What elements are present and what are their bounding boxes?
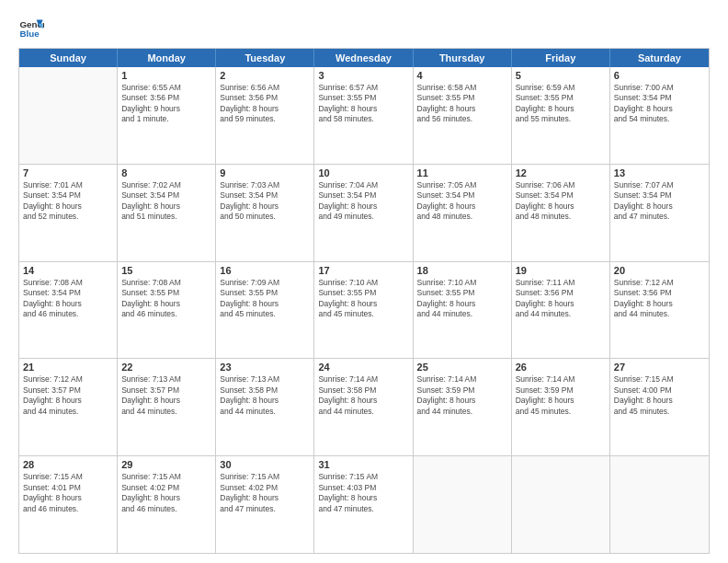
day-number: 19 bbox=[516, 265, 606, 276]
day-info: Sunrise: 7:15 AMSunset: 4:03 PMDaylight:… bbox=[318, 472, 408, 514]
calendar-cell: 3Sunrise: 6:57 AMSunset: 3:55 PMDaylight… bbox=[314, 67, 413, 164]
calendar-week-1: 1Sunrise: 6:55 AMSunset: 3:56 PMDaylight… bbox=[19, 67, 709, 164]
calendar-header: SundayMondayTuesdayWednesdayThursdayFrid… bbox=[19, 49, 709, 67]
day-number: 15 bbox=[121, 265, 211, 276]
calendar-week-2: 7Sunrise: 7:01 AMSunset: 3:54 PMDaylight… bbox=[19, 164, 709, 261]
day-info: Sunrise: 7:15 AMSunset: 4:01 PMDaylight:… bbox=[23, 472, 113, 514]
calendar-cell bbox=[512, 456, 610, 553]
day-info: Sunrise: 7:15 AMSunset: 4:02 PMDaylight:… bbox=[220, 472, 310, 514]
day-number: 22 bbox=[121, 362, 211, 373]
calendar-cell: 18Sunrise: 7:10 AMSunset: 3:55 PMDayligh… bbox=[414, 262, 512, 359]
header-day-wednesday: Wednesday bbox=[314, 49, 413, 67]
day-info: Sunrise: 7:15 AMSunset: 4:02 PMDaylight:… bbox=[121, 472, 211, 514]
calendar-cell: 20Sunrise: 7:12 AMSunset: 3:56 PMDayligh… bbox=[610, 262, 709, 359]
day-info: Sunrise: 7:05 AMSunset: 3:54 PMDaylight:… bbox=[417, 180, 507, 223]
calendar-week-5: 28Sunrise: 7:15 AMSunset: 4:01 PMDayligh… bbox=[19, 455, 709, 553]
calendar-cell bbox=[19, 67, 118, 164]
day-number: 27 bbox=[614, 362, 705, 373]
day-number: 20 bbox=[614, 265, 705, 276]
day-info: Sunrise: 7:14 AMSunset: 3:59 PMDaylight:… bbox=[516, 374, 606, 417]
calendar-cell: 26Sunrise: 7:14 AMSunset: 3:59 PMDayligh… bbox=[512, 359, 610, 455]
day-info: Sunrise: 6:59 AMSunset: 3:55 PMDaylight:… bbox=[516, 83, 606, 125]
day-number: 10 bbox=[318, 167, 408, 178]
day-info: Sunrise: 7:13 AMSunset: 3:58 PMDaylight:… bbox=[220, 374, 310, 417]
day-number: 9 bbox=[220, 167, 310, 178]
day-info: Sunrise: 7:15 AMSunset: 4:00 PMDaylight:… bbox=[614, 374, 705, 417]
calendar-cell: 23Sunrise: 7:13 AMSunset: 3:58 PMDayligh… bbox=[216, 359, 314, 455]
day-number: 24 bbox=[318, 362, 408, 373]
calendar: SundayMondayTuesdayWednesdayThursdayFrid… bbox=[18, 48, 710, 554]
header-day-friday: Friday bbox=[512, 49, 610, 67]
day-number: 21 bbox=[23, 362, 113, 373]
day-info: Sunrise: 6:56 AMSunset: 3:56 PMDaylight:… bbox=[220, 83, 310, 125]
calendar-body: 1Sunrise: 6:55 AMSunset: 3:56 PMDaylight… bbox=[19, 67, 709, 553]
page-header: General Blue bbox=[18, 15, 710, 40]
svg-text:Blue: Blue bbox=[19, 29, 40, 39]
day-number: 31 bbox=[318, 459, 408, 470]
calendar-cell bbox=[414, 456, 512, 553]
logo: General Blue bbox=[18, 15, 44, 40]
calendar-cell: 10Sunrise: 7:04 AMSunset: 3:54 PMDayligh… bbox=[314, 165, 413, 261]
day-info: Sunrise: 6:55 AMSunset: 3:56 PMDaylight:… bbox=[121, 83, 211, 125]
calendar-cell: 2Sunrise: 6:56 AMSunset: 3:56 PMDaylight… bbox=[216, 67, 314, 164]
day-number: 2 bbox=[220, 70, 310, 81]
day-info: Sunrise: 7:02 AMSunset: 3:54 PMDaylight:… bbox=[121, 180, 211, 223]
calendar-cell: 4Sunrise: 6:58 AMSunset: 3:55 PMDaylight… bbox=[414, 67, 512, 164]
day-info: Sunrise: 7:07 AMSunset: 3:54 PMDaylight:… bbox=[614, 180, 705, 223]
day-info: Sunrise: 7:12 AMSunset: 3:56 PMDaylight:… bbox=[614, 278, 705, 320]
day-number: 8 bbox=[121, 167, 211, 178]
calendar-cell: 19Sunrise: 7:11 AMSunset: 3:56 PMDayligh… bbox=[512, 262, 610, 359]
header-day-tuesday: Tuesday bbox=[216, 49, 314, 67]
day-number: 17 bbox=[318, 265, 408, 276]
day-number: 18 bbox=[417, 265, 507, 276]
calendar-cell: 17Sunrise: 7:10 AMSunset: 3:55 PMDayligh… bbox=[314, 262, 413, 359]
calendar-cell: 24Sunrise: 7:14 AMSunset: 3:58 PMDayligh… bbox=[314, 359, 413, 455]
day-info: Sunrise: 7:14 AMSunset: 3:58 PMDaylight:… bbox=[318, 374, 408, 417]
calendar-cell: 9Sunrise: 7:03 AMSunset: 3:54 PMDaylight… bbox=[216, 165, 314, 261]
day-info: Sunrise: 7:00 AMSunset: 3:54 PMDaylight:… bbox=[614, 83, 705, 125]
page-container: General Blue SundayMondayTuesdayWednesda… bbox=[0, 0, 728, 563]
header-day-sunday: Sunday bbox=[19, 49, 118, 67]
day-info: Sunrise: 7:14 AMSunset: 3:59 PMDaylight:… bbox=[417, 374, 507, 417]
day-number: 14 bbox=[23, 265, 113, 276]
calendar-cell: 16Sunrise: 7:09 AMSunset: 3:55 PMDayligh… bbox=[216, 262, 314, 359]
calendar-cell: 8Sunrise: 7:02 AMSunset: 3:54 PMDaylight… bbox=[118, 165, 216, 261]
day-number: 11 bbox=[417, 167, 507, 178]
day-info: Sunrise: 7:13 AMSunset: 3:57 PMDaylight:… bbox=[121, 374, 211, 417]
calendar-cell: 7Sunrise: 7:01 AMSunset: 3:54 PMDaylight… bbox=[19, 165, 118, 261]
day-number: 5 bbox=[516, 70, 606, 81]
logo-icon: General Blue bbox=[18, 15, 44, 40]
header-day-thursday: Thursday bbox=[414, 49, 512, 67]
calendar-cell: 22Sunrise: 7:13 AMSunset: 3:57 PMDayligh… bbox=[118, 359, 216, 455]
calendar-cell: 15Sunrise: 7:08 AMSunset: 3:55 PMDayligh… bbox=[118, 262, 216, 359]
calendar-cell: 28Sunrise: 7:15 AMSunset: 4:01 PMDayligh… bbox=[19, 456, 118, 553]
day-info: Sunrise: 7:04 AMSunset: 3:54 PMDaylight:… bbox=[318, 180, 408, 223]
day-info: Sunrise: 7:06 AMSunset: 3:54 PMDaylight:… bbox=[516, 180, 606, 223]
calendar-cell: 13Sunrise: 7:07 AMSunset: 3:54 PMDayligh… bbox=[610, 165, 709, 261]
day-info: Sunrise: 7:03 AMSunset: 3:54 PMDaylight:… bbox=[220, 180, 310, 223]
day-number: 3 bbox=[318, 70, 408, 81]
day-number: 12 bbox=[516, 167, 606, 178]
day-info: Sunrise: 7:11 AMSunset: 3:56 PMDaylight:… bbox=[516, 278, 606, 320]
calendar-cell bbox=[610, 456, 709, 553]
calendar-cell: 21Sunrise: 7:12 AMSunset: 3:57 PMDayligh… bbox=[19, 359, 118, 455]
calendar-cell: 11Sunrise: 7:05 AMSunset: 3:54 PMDayligh… bbox=[414, 165, 512, 261]
day-number: 1 bbox=[121, 70, 211, 81]
calendar-cell: 29Sunrise: 7:15 AMSunset: 4:02 PMDayligh… bbox=[118, 456, 216, 553]
day-info: Sunrise: 7:08 AMSunset: 3:54 PMDaylight:… bbox=[23, 278, 113, 320]
calendar-cell: 14Sunrise: 7:08 AMSunset: 3:54 PMDayligh… bbox=[19, 262, 118, 359]
calendar-cell: 31Sunrise: 7:15 AMSunset: 4:03 PMDayligh… bbox=[314, 456, 413, 553]
day-number: 25 bbox=[417, 362, 507, 373]
day-number: 28 bbox=[23, 459, 113, 470]
day-number: 26 bbox=[516, 362, 606, 373]
calendar-cell: 6Sunrise: 7:00 AMSunset: 3:54 PMDaylight… bbox=[610, 67, 709, 164]
day-number: 13 bbox=[614, 167, 705, 178]
day-number: 16 bbox=[220, 265, 310, 276]
day-info: Sunrise: 7:10 AMSunset: 3:55 PMDaylight:… bbox=[318, 278, 408, 320]
day-info: Sunrise: 7:09 AMSunset: 3:55 PMDaylight:… bbox=[220, 278, 310, 320]
day-number: 4 bbox=[417, 70, 507, 81]
calendar-week-3: 14Sunrise: 7:08 AMSunset: 3:54 PMDayligh… bbox=[19, 261, 709, 359]
day-number: 7 bbox=[23, 167, 113, 178]
calendar-cell: 25Sunrise: 7:14 AMSunset: 3:59 PMDayligh… bbox=[414, 359, 512, 455]
day-info: Sunrise: 7:01 AMSunset: 3:54 PMDaylight:… bbox=[23, 180, 113, 223]
